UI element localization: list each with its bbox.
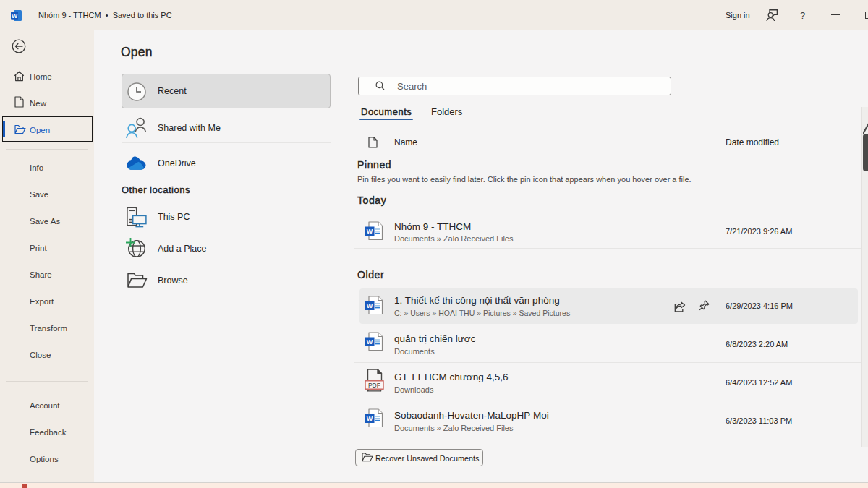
svg-text:PDF: PDF: [368, 382, 380, 389]
svg-text:W: W: [367, 302, 373, 309]
svg-text:W: W: [12, 12, 18, 20]
svg-text:W: W: [367, 228, 373, 235]
svg-text:W: W: [367, 415, 373, 422]
svg-text:W: W: [367, 338, 373, 346]
